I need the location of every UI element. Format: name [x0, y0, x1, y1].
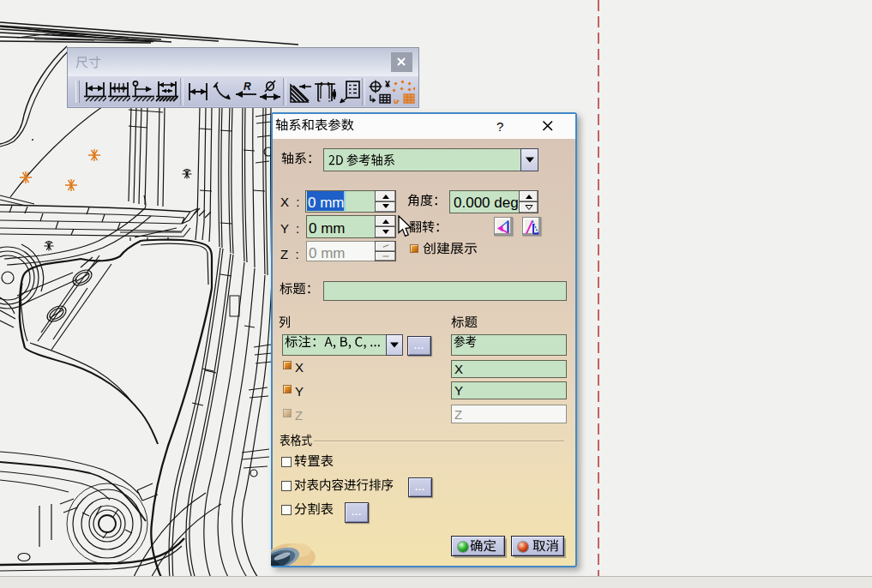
svg-text:R: R — [244, 81, 251, 93]
